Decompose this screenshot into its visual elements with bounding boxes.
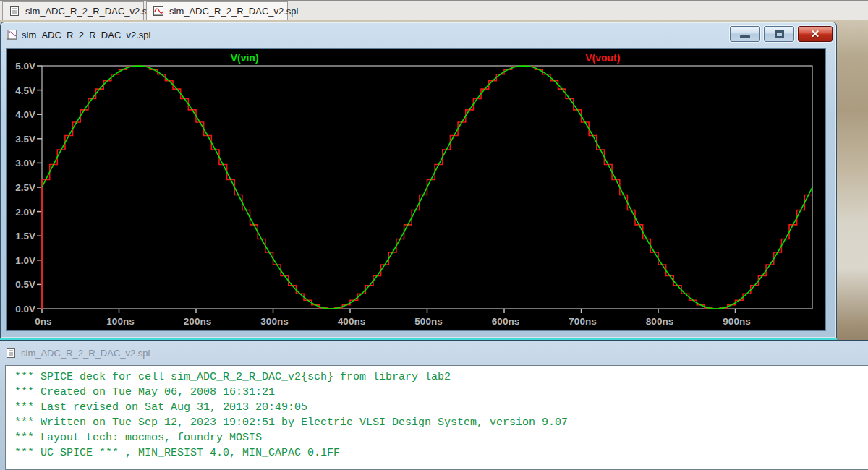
waveform-window-title: sim_ADC_R_2_R_DAC_v2.spi xyxy=(22,30,730,40)
netlist-window-titlebar[interactable]: sim_ADC_R_2_R_DAC_v2.spi xyxy=(0,341,868,365)
document-tab-bar: sim_ADC_R_2_R_DAC_v2.spi sim_ADC_R_2_R_D… xyxy=(0,0,868,20)
mdi-workspace: sim_ADC_R_2_R_DAC_v2.spi ✕ V(vin) V(vout… xyxy=(0,20,868,470)
tab-waveform[interactable]: sim_ADC_R_2_R_DAC_v2.spi xyxy=(146,1,288,20)
svg-text:1.5V: 1.5V xyxy=(15,231,35,242)
netlist-window: sim_ADC_R_2_R_DAC_v2.spi *** SPICE deck … xyxy=(0,340,868,470)
netlist-document-icon xyxy=(9,5,20,17)
svg-text:400ns: 400ns xyxy=(338,316,365,327)
spice-line: *** Last revised on Sat Aug 31, 2013 20:… xyxy=(14,400,868,415)
close-icon: ✕ xyxy=(811,27,820,40)
spice-text[interactable]: *** SPICE deck for cell sim_ADC_R_2_R_DA… xyxy=(5,365,868,470)
svg-text:100ns: 100ns xyxy=(106,316,134,327)
svg-text:2.5V: 2.5V xyxy=(15,182,35,193)
maximize-button[interactable] xyxy=(764,26,794,42)
svg-text:800ns: 800ns xyxy=(646,316,673,327)
svg-text:600ns: 600ns xyxy=(492,316,519,327)
plot-window-icon xyxy=(6,29,17,40)
minimize-button[interactable] xyxy=(730,26,760,42)
plot-client-area[interactable]: V(vin) V(vout) 5.0V4.5V4.0V3.5V3.0V2.5V2… xyxy=(6,48,826,331)
svg-text:500ns: 500ns xyxy=(414,316,442,327)
svg-text:300ns: 300ns xyxy=(260,316,288,327)
maximize-icon xyxy=(775,30,784,38)
spice-line: *** Created on Tue May 06, 2008 16:31:21 xyxy=(14,385,868,400)
svg-text:2.0V: 2.0V xyxy=(15,207,35,218)
svg-text:0.5V: 0.5V xyxy=(15,279,35,290)
svg-text:5.0V: 5.0V xyxy=(15,61,35,72)
waveform-window: sim_ADC_R_2_R_DAC_v2.spi ✕ V(vin) V(vout… xyxy=(0,22,837,338)
minimize-icon xyxy=(740,35,750,38)
svg-text:4.0V: 4.0V xyxy=(15,109,35,120)
waveform-plot: 5.0V4.5V4.0V3.5V3.0V2.5V2.0V1.5V1.0V0.5V… xyxy=(7,49,827,330)
window-controls: ✕ xyxy=(730,26,833,42)
spice-line: *** Written on Tue Sep 12, 2023 19:02:51… xyxy=(14,415,868,430)
tab-netlist[interactable]: sim_ADC_R_2_R_DAC_v2.spi xyxy=(2,1,144,20)
svg-text:200ns: 200ns xyxy=(184,316,211,327)
spice-line: *** SPICE deck for cell sim_ADC_R_2_R_DA… xyxy=(14,369,868,385)
waveform-icon xyxy=(153,5,164,17)
svg-text:0.0V: 0.0V xyxy=(15,304,35,315)
svg-text:3.5V: 3.5V xyxy=(15,134,35,145)
netlist-document-icon xyxy=(5,347,17,359)
svg-text:700ns: 700ns xyxy=(569,316,596,327)
svg-text:4.5V: 4.5V xyxy=(15,85,35,96)
tab-label: sim_ADC_R_2_R_DAC_v2.spi xyxy=(169,6,298,17)
tab-label: sim_ADC_R_2_R_DAC_v2.spi xyxy=(25,6,154,17)
waveform-window-titlebar[interactable]: sim_ADC_R_2_R_DAC_v2.spi ✕ xyxy=(1,22,836,47)
spice-line: *** UC SPICE *** , MIN_RESIST 4.0, MIN_C… xyxy=(14,445,868,461)
spice-line: *** Layout tech: mocmos, foundry MOSIS xyxy=(14,430,868,445)
svg-text:900ns: 900ns xyxy=(723,316,750,327)
close-button[interactable]: ✕ xyxy=(798,26,833,42)
svg-text:0ns: 0ns xyxy=(35,316,51,327)
netlist-window-title: sim_ADC_R_2_R_DAC_v2.spi xyxy=(21,348,868,359)
svg-text:1.0V: 1.0V xyxy=(15,255,35,266)
svg-text:3.0V: 3.0V xyxy=(15,158,35,168)
